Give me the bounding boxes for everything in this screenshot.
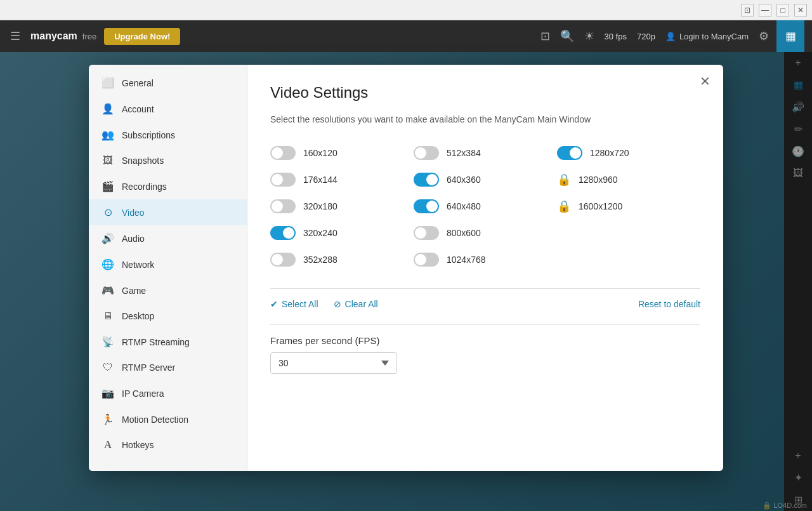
nav-item-subscriptions[interactable]: 👥 Subscriptions [89, 122, 247, 148]
audio-nav-icon: 🔊 [102, 232, 114, 244]
nav-label-game: Game [122, 286, 146, 296]
resolution-empty-2 [557, 246, 700, 273]
nav-label-audio: Audio [122, 234, 145, 244]
nav-label-general: General [122, 78, 154, 88]
lock-icon-1280x960: 🔒 [557, 173, 571, 187]
toggle-1024x768[interactable] [414, 253, 439, 267]
settings-modal: ⬜ General 👤 Account 👥 Subscriptions 🖼 Sn… [89, 65, 723, 471]
res-label-352x288: 352x288 [303, 255, 337, 265]
settings-subtitle: Select the resolutions you want to make … [270, 114, 700, 124]
resolution-item-1600x1200: 🔒 1600x1200 [557, 193, 700, 220]
nav-label-recordings: Recordings [122, 182, 167, 192]
crop-icon[interactable]: ⊡ [540, 29, 550, 43]
login-area[interactable]: 👤 Login to ManyCam [665, 32, 749, 41]
nav-item-desktop[interactable]: 🖥 Desktop [89, 303, 247, 329]
nav-item-game[interactable]: 🎮 Game [89, 277, 247, 303]
video-nav-icon: ⊙ [102, 206, 114, 218]
title-bar: ⊡ — □ ✕ [0, 0, 812, 20]
clear-all-button[interactable]: ⊘ Clear All [334, 299, 378, 309]
motion-detection-icon: 🏃 [102, 413, 114, 425]
toggle-512x384[interactable] [414, 146, 439, 160]
resolution-display: 720p [637, 32, 655, 41]
res-label-800x600: 800x600 [447, 228, 481, 238]
settings-icon[interactable]: ⚙ [759, 29, 769, 43]
upgrade-button[interactable]: Upgrade Now! [104, 28, 180, 45]
reset-default-button[interactable]: Reset to default [638, 299, 700, 309]
toggle-640x360[interactable] [414, 173, 439, 187]
resolution-item-1280x720: 1280x720 [557, 140, 700, 166]
resolution-item-1024x768: 1024x768 [414, 246, 557, 273]
res-label-320x180: 320x180 [303, 201, 337, 211]
resolution-item-352x288: 352x288 [270, 246, 414, 273]
nav-label-rtmp-server: RTMP Server [122, 362, 175, 373]
res-label-1280x960: 1280x960 [579, 175, 618, 185]
toggle-320x180[interactable] [270, 199, 296, 213]
menu-icon[interactable]: ☰ [8, 27, 23, 46]
minimize-btn[interactable]: — [759, 4, 771, 17]
toggle-176x144[interactable] [270, 173, 296, 187]
select-all-label: Select All [282, 299, 318, 309]
nav-item-motion-detection[interactable]: 🏃 Motion Detection [89, 406, 247, 432]
nav-label-snapshots: Snapshots [122, 156, 164, 166]
close-modal-btn[interactable]: ✕ [700, 75, 710, 88]
nav-item-account[interactable]: 👤 Account [89, 96, 247, 122]
nav-item-video[interactable]: ⊙ Video [89, 199, 247, 225]
brightness-icon[interactable]: ☀ [584, 29, 594, 43]
toggle-640x480[interactable] [414, 199, 439, 213]
nav-item-general[interactable]: ⬜ General [89, 70, 247, 96]
nav-label-rtmp-streaming: RTMP Streaming [122, 337, 190, 347]
divider-1 [270, 288, 700, 289]
nav-item-ip-camera[interactable]: 📷 IP Camera [89, 380, 247, 406]
resolution-item-800x600: 800x600 [414, 220, 557, 246]
resolution-item-160x120: 160x120 [270, 140, 414, 166]
toggle-352x288[interactable] [270, 253, 296, 267]
close-window-btn[interactable]: ✕ [794, 4, 807, 17]
main-content: 🔒 LO4D.com + ▦ 🔊 ✏ 🕐 🖼 + ✦ ⊞ ⬜ General 👤… [0, 52, 812, 511]
divider-2 [270, 324, 700, 325]
zoom-icon[interactable]: 🔍 [560, 29, 574, 43]
nav-label-ip-camera: IP Camera [122, 388, 164, 399]
resolution-empty-1 [557, 220, 700, 246]
network-icon: 🌐 [102, 258, 114, 270]
modal-overlay: ⬜ General 👤 Account 👥 Subscriptions 🖼 Sn… [0, 52, 812, 511]
rtmp-server-icon: 🛡 [102, 362, 114, 373]
actions-row: ✔ Select All ⊘ Clear All Reset to defaul… [270, 299, 700, 309]
desktop-icon: 🖥 [102, 310, 114, 322]
nav-item-snapshots[interactable]: 🖼 Snapshots [89, 148, 247, 173]
restore-btn[interactable]: ⊡ [741, 4, 754, 17]
res-label-640x480: 640x480 [447, 201, 481, 211]
fps-select[interactable]: 10 15 20 24 25 29.97 30 60 [270, 352, 397, 374]
toggle-800x600[interactable] [414, 226, 439, 240]
nav-item-rtmp-server[interactable]: 🛡 RTMP Server [89, 355, 247, 380]
nav-item-audio[interactable]: 🔊 Audio [89, 225, 247, 251]
brand-logo: manycam free [30, 30, 96, 42]
resolution-grid: 160x120 512x384 1280x720 176x144 [270, 140, 700, 273]
hotkeys-icon: A [102, 439, 114, 451]
toggle-160x120[interactable] [270, 146, 296, 160]
brand-name: manycam [30, 30, 77, 42]
toggle-1280x720[interactable] [557, 146, 582, 160]
general-icon: ⬜ [102, 77, 114, 89]
toggle-320x240[interactable] [270, 226, 296, 240]
nav-item-hotkeys[interactable]: A Hotkeys [89, 432, 247, 458]
resolution-item-1280x960: 🔒 1280x960 [557, 166, 700, 193]
maximize-btn[interactable]: □ [776, 4, 789, 17]
res-label-160x120: 160x120 [303, 148, 337, 158]
nav-item-rtmp-streaming[interactable]: 📡 RTMP Streaming [89, 329, 247, 355]
nav-label-network: Network [122, 260, 154, 270]
nav-label-motion-detection: Motion Detection [122, 415, 188, 425]
res-label-320x240: 320x240 [303, 228, 337, 238]
resolution-item-640x360: 640x360 [414, 166, 557, 193]
resolution-item-320x240: 320x240 [270, 220, 414, 246]
login-label: Login to ManyCam [679, 32, 749, 41]
fps-label: Frames per second (FPS) [270, 335, 700, 346]
snapshots-icon: 🖼 [102, 155, 114, 166]
recordings-icon: 🎬 [102, 180, 114, 192]
panel-toggle-btn[interactable]: ▦ [776, 20, 804, 52]
nav-item-network[interactable]: 🌐 Network [89, 251, 247, 277]
checkmark-icon: ✔ [270, 299, 278, 309]
select-all-button[interactable]: ✔ Select All [270, 299, 318, 309]
nav-item-recordings[interactable]: 🎬 Recordings [89, 173, 247, 199]
nav-label-video: Video [122, 208, 145, 218]
clear-all-label: Clear All [345, 299, 378, 309]
